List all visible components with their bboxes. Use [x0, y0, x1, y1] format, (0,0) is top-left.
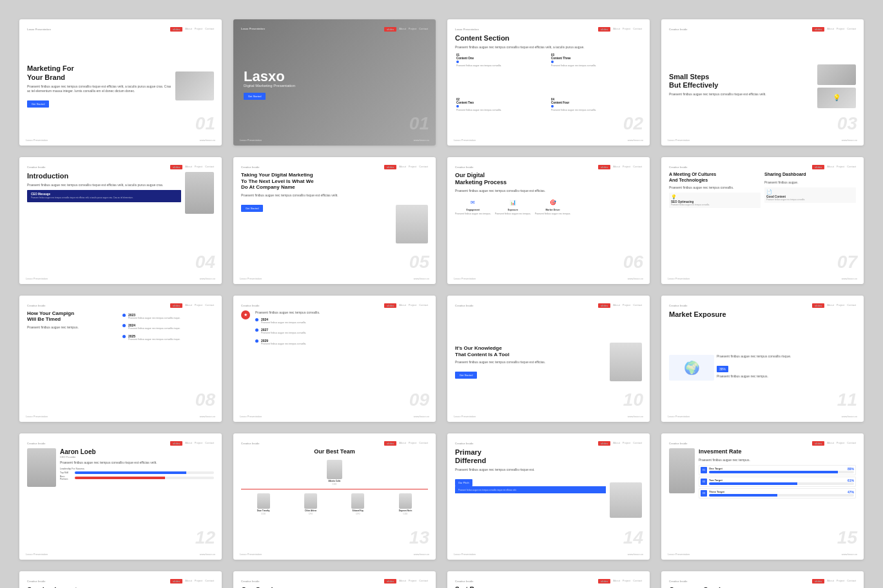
slide-4-subtitle: Praesent finibus augue nec tempus conval…	[669, 92, 813, 97]
exposure-icon: 📊	[508, 198, 518, 207]
member-2-role: CFO	[309, 513, 313, 515]
slide-11-subtitle: Praesent finibus augue nec tempus conval…	[455, 360, 606, 365]
slide-6-body: Taking Your Digital MarketingTo The Next…	[241, 172, 428, 276]
slide-2-tag: slides	[384, 27, 396, 32]
slide-4-number: 03	[837, 115, 857, 133]
world-map: 🌍	[669, 355, 714, 381]
rate-3: 03 Three Target 47%	[699, 488, 856, 498]
slide-9: Creative Inside slides About Project Con…	[19, 296, 222, 422]
slide-11-cta[interactable]: Get Started	[455, 372, 477, 379]
slide-4-body: Small StepsBut Effectively Praesent fini…	[669, 34, 856, 138]
slide-15-number: 14	[623, 529, 643, 547]
member-1-avatar	[257, 493, 270, 509]
timeline-2: 2024 Praesent finibus augue nec tempus c…	[255, 318, 428, 346]
member-2-avatar	[304, 493, 317, 509]
member-1-role: COO	[261, 513, 266, 515]
slide-3-header: Lasxo Presentation slides About Project …	[455, 27, 642, 32]
slide-4-img1	[817, 64, 856, 85]
slide-2-footer-brand: Lasxo Presentation	[240, 138, 262, 142]
slide-5-person	[185, 172, 214, 214]
tl-2025: 2025 Praesent finibus augue nec tempus c…	[122, 334, 214, 341]
member-4-role: COO	[403, 513, 408, 515]
member-4-avatar	[399, 493, 412, 509]
pitch-label: Our Pitch	[455, 479, 472, 486]
slide-1-footer: Lasxo Presentation www.lasxo.co	[26, 138, 215, 142]
slide-2-footer-url: www.lasxo.co	[414, 138, 429, 142]
slide-15: Creative Inside slides About Project Con…	[447, 433, 650, 560]
slide-4-images: 💡	[817, 64, 856, 108]
slide-5-number: 04	[195, 253, 215, 271]
slide-9-number: 08	[195, 391, 215, 409]
slide-4: Creative Inside slides About Project Con…	[661, 19, 864, 146]
slide-6: Creative Inside slides About Project Con…	[233, 157, 436, 283]
slide-3-subtitle: Praesent finibus augue nec tempus conval…	[455, 45, 642, 50]
dash-seo: 💡 SEO Optimazing Praesent finibus augue …	[669, 193, 761, 208]
member-1-name: Dave Timothy	[257, 509, 270, 512]
slide-5-subtitle: Praesent finibus augue nec tempus conval…	[27, 183, 181, 187]
slide-13-info: Aaron Loeb CEO Founder Praesent finibus …	[60, 448, 214, 482]
slide-6-cta[interactable]: Get Started	[241, 205, 263, 212]
slide-10-number: 09	[409, 391, 429, 409]
slide-13-profile: Aaron Loeb CEO Founder Praesent finibus …	[27, 448, 214, 552]
driver-label: Market Driver	[545, 209, 559, 211]
profile-photo	[27, 448, 56, 487]
ceo-box: CEO Message Praesent finibus augue nec t…	[27, 190, 181, 202]
tl2-2024: 2024 Praesent finibus augue nec tempus c…	[255, 318, 428, 325]
slide-4-footer: Lasxo Presentation www.lasxo.co	[668, 138, 857, 142]
slide-8: Creative Inside slides About Project Con…	[661, 157, 864, 283]
slide-1-image	[175, 71, 214, 100]
slide-8-body: A Meeting Of CulturesAnd Technologies Pr…	[669, 172, 856, 276]
team-leader: Alberto Colin COO	[241, 460, 428, 486]
tl2-dot-3	[255, 339, 258, 343]
slide-8-title-right: Sharing Dashboard	[764, 172, 856, 177]
slide-1-footer-brand: Lasxo Presentation	[26, 138, 48, 142]
slide-4-header: Creative Inside slides About Project Con…	[669, 27, 856, 32]
slide-14-title: Our Best Team	[241, 448, 428, 455]
engagement-label: Engagement	[466, 209, 480, 211]
team-member-2: Chloe Arlene CFO	[304, 493, 317, 515]
exposure-badge: 38%	[717, 366, 728, 372]
slide-3-brand: Lasxo Presentation	[455, 28, 479, 31]
slide-3-footer: Lasxo Presentation www.lasxo.co	[454, 138, 643, 142]
tl2-2029: 2029 Praesent finibus augue nec tempus c…	[255, 339, 428, 346]
tl-2023: 2023 Praesent finibus augue nec tempus c…	[122, 313, 214, 320]
slide-9-body: How Your CampignWill Be Timed Praesent f…	[27, 310, 214, 414]
profile-bar-2: Born Perform	[60, 475, 214, 480]
slide-15-title: PrimaryDifferend	[455, 448, 606, 465]
slide-16: Creative Inside slides About Project Con…	[661, 433, 864, 560]
slide-11-title: It's Our KnowledgeThat Content Is A Tool	[455, 345, 606, 357]
slide-20: Creative Inside slides About Project Con…	[661, 571, 864, 588]
slide-2-footer: Lasxo Presentation www.lasxo.co	[240, 138, 429, 142]
slide-8-left: A Meeting Of CulturesAnd Technologies Pr…	[669, 172, 761, 276]
slide-2-cta[interactable]: Get Started	[244, 93, 266, 100]
slide-1-brand: Lasxo Presentation	[27, 28, 51, 31]
slide-3-nav: slides About Project Contact	[598, 27, 642, 32]
profile-role: CEO Founder	[60, 455, 214, 459]
slide-5-title: Introduction	[27, 172, 181, 180]
slide-13-number: 12	[195, 529, 215, 547]
member-4-name: Daymon Norin	[399, 509, 412, 512]
slide-14-number: 13	[409, 529, 429, 547]
slide-7-number: 06	[623, 253, 643, 271]
leader-role: COO	[333, 483, 337, 486]
slide-8-title-left: A Meeting Of CulturesAnd Technologies	[669, 172, 761, 183]
content-icon: 📄	[766, 189, 854, 194]
exposure-label: Exposure	[508, 209, 518, 211]
slides-grid: Lasxo Presentation slides About Project …	[19, 19, 864, 588]
content-item-2: 02Content Two Praesent finibus augue nec…	[455, 97, 547, 138]
slide-2-subtitle: Digital Marketing Presentation	[244, 84, 295, 88]
slide-11: Creative Inside slides About Project Con…	[447, 296, 650, 422]
slide-13: Creative Inside slides About Project Con…	[19, 433, 222, 560]
slide-2-title: Lasxo	[244, 70, 285, 84]
tl2-dot-1	[255, 318, 258, 321]
tl-dot-3	[122, 335, 126, 338]
slide-6-left: Taking Your Digital MarketingTo The Next…	[241, 172, 392, 276]
slide-10-red-icon: ★	[241, 310, 250, 319]
timeline: 2023 Praesent finibus augue nec tempus c…	[122, 313, 214, 342]
slide-2-header: Lasxo Presentation slides About Project …	[241, 27, 428, 32]
slide-6-subtitle: Praesent finibus augue nec tempus conval…	[241, 193, 392, 198]
slide-4-title: Small StepsBut Effectively	[669, 73, 813, 90]
profile-bar-1: Top Skill	[60, 471, 214, 474]
slide-1-cta[interactable]: Get Started	[27, 100, 49, 108]
slide-5-left: Introduction Praesent finibus augue nec …	[27, 172, 181, 276]
